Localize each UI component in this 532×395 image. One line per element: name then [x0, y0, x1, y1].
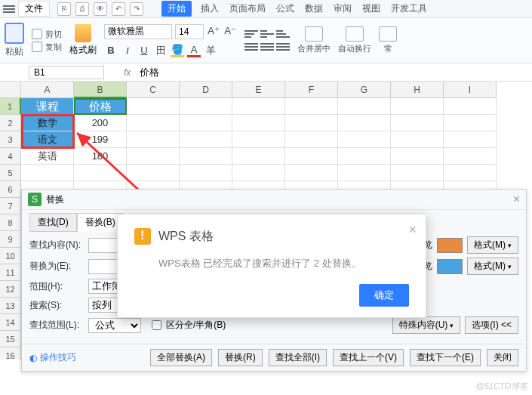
- underline-button[interactable]: U: [137, 44, 151, 57]
- close-button[interactable]: 关闭: [487, 349, 518, 366]
- cell-D5[interactable]: [180, 165, 232, 181]
- cell-B1[interactable]: 价格: [74, 98, 127, 115]
- cell-A5[interactable]: [21, 165, 74, 181]
- tab-layout[interactable]: 页面布局: [228, 1, 267, 17]
- cell-B3[interactable]: 199: [74, 131, 127, 148]
- find-prev-button[interactable]: 查找上一个(V): [333, 349, 404, 366]
- align-left[interactable]: [244, 42, 258, 52]
- row-header-1[interactable]: 1: [0, 98, 21, 115]
- cell-A2[interactable]: 数学: [21, 115, 74, 131]
- cell-G5[interactable]: [338, 165, 391, 181]
- row-header-7[interactable]: 7: [0, 198, 21, 214]
- find-next-button[interactable]: 查找下一个(E): [410, 349, 481, 366]
- tab-formula[interactable]: 公式: [275, 1, 296, 17]
- popup-close-icon[interactable]: ×: [408, 222, 417, 238]
- tab-view[interactable]: 视图: [361, 1, 382, 17]
- misc-button[interactable]: 常: [379, 26, 397, 54]
- col-header-C[interactable]: C: [127, 82, 180, 98]
- cell-I4[interactable]: [444, 148, 497, 165]
- tips-link[interactable]: ◐操作技巧: [29, 351, 76, 364]
- cell-E5[interactable]: [232, 165, 285, 181]
- row-header-4[interactable]: 4: [0, 148, 21, 165]
- popup-ok-button[interactable]: 确定: [359, 284, 409, 307]
- fill-color-button[interactable]: 🪣: [171, 44, 184, 57]
- cell-I5[interactable]: [444, 165, 497, 181]
- cell-B4[interactable]: 180: [74, 148, 127, 165]
- cell-C5[interactable]: [127, 165, 180, 181]
- select-all-corner[interactable]: [0, 82, 21, 98]
- cell-G2[interactable]: [338, 115, 391, 131]
- font-color-button[interactable]: A: [187, 44, 201, 57]
- cell-E2[interactable]: [232, 115, 285, 131]
- col-header-I[interactable]: I: [444, 82, 497, 98]
- rmb-button[interactable]: 羊: [204, 44, 217, 57]
- tab-review[interactable]: 审阅: [332, 1, 353, 17]
- tab-find[interactable]: 查找(D): [29, 213, 77, 232]
- cell-H5[interactable]: [391, 165, 444, 181]
- halfwidth-checkbox[interactable]: [152, 320, 161, 330]
- redo-icon[interactable]: ↷: [130, 2, 143, 16]
- tab-start[interactable]: 开始: [161, 1, 192, 17]
- row-header-15[interactable]: 15: [0, 331, 21, 347]
- cell-G3[interactable]: [338, 131, 391, 148]
- cell-D2[interactable]: [180, 115, 232, 131]
- cell-B2[interactable]: 200: [74, 115, 127, 131]
- cell-D4[interactable]: [180, 148, 232, 165]
- row-header-3[interactable]: 3: [0, 131, 21, 148]
- cut-button[interactable]: 剪切: [32, 29, 62, 40]
- format-painter-button[interactable]: 格式刷: [69, 24, 97, 57]
- find-format-button[interactable]: 格式(M)▾: [467, 236, 518, 254]
- preview-icon[interactable]: 👁: [94, 2, 107, 16]
- row-header-11[interactable]: 11: [0, 264, 21, 281]
- tab-data[interactable]: 数据: [303, 1, 324, 17]
- wrap-button[interactable]: 自动换行: [338, 26, 371, 54]
- cell-A1[interactable]: 课程: [21, 98, 74, 115]
- row-header-10[interactable]: 10: [0, 248, 21, 264]
- lookin-select[interactable]: 公式: [88, 318, 141, 333]
- row-header-6[interactable]: 6: [0, 181, 21, 198]
- cell-G4[interactable]: [338, 148, 391, 165]
- cell-A3[interactable]: 语文: [21, 131, 74, 148]
- options-button[interactable]: 选项(I) <<: [465, 316, 518, 334]
- cell-C1[interactable]: [127, 98, 180, 115]
- print-icon[interactable]: ⎙: [75, 2, 89, 16]
- cell-F4[interactable]: [285, 148, 338, 165]
- cell-A4[interactable]: 英语: [21, 148, 74, 165]
- cell-F5[interactable]: [285, 165, 338, 181]
- cell-G1[interactable]: [338, 98, 391, 115]
- row-header-8[interactable]: 8: [0, 214, 21, 231]
- cell-H1[interactable]: [391, 98, 444, 115]
- cell-I2[interactable]: [444, 115, 497, 131]
- cell-D1[interactable]: [180, 98, 232, 115]
- paste-button[interactable]: 粘贴: [5, 23, 24, 58]
- hamburger-icon[interactable]: [3, 5, 15, 13]
- col-header-G[interactable]: G: [338, 82, 391, 98]
- undo-icon[interactable]: ↶: [112, 2, 125, 16]
- col-header-A[interactable]: A: [21, 82, 74, 98]
- cell-B5[interactable]: [74, 165, 127, 181]
- find-all-button[interactable]: 查找全部(I): [269, 349, 327, 366]
- cell-F3[interactable]: [285, 131, 338, 148]
- col-header-F[interactable]: F: [285, 82, 338, 98]
- font-size-select[interactable]: [175, 24, 204, 39]
- align-center[interactable]: [260, 42, 274, 52]
- cell-E1[interactable]: [232, 98, 285, 115]
- cell-H3[interactable]: [391, 131, 444, 148]
- align-top[interactable]: [244, 29, 258, 39]
- row-header-5[interactable]: 5: [0, 165, 21, 181]
- decrease-font-icon[interactable]: A⁻: [223, 24, 237, 38]
- increase-font-icon[interactable]: A⁺: [207, 24, 220, 38]
- replace-format-button[interactable]: 格式(M)▾: [467, 258, 518, 275]
- row-header-9[interactable]: 9: [0, 231, 21, 248]
- save-icon[interactable]: ⎘: [57, 2, 71, 16]
- row-header-14[interactable]: 14: [0, 314, 21, 331]
- cell-C4[interactable]: [127, 148, 180, 165]
- menu-file[interactable]: 文件: [18, 1, 50, 17]
- tab-dev[interactable]: 开发工具: [389, 1, 429, 17]
- cell-F1[interactable]: [285, 98, 338, 115]
- cell-H4[interactable]: [391, 148, 444, 165]
- cell-I3[interactable]: [444, 131, 497, 148]
- cell-F2[interactable]: [285, 115, 338, 131]
- bold-button[interactable]: B: [104, 44, 118, 57]
- merge-button[interactable]: 合并居中: [297, 26, 331, 54]
